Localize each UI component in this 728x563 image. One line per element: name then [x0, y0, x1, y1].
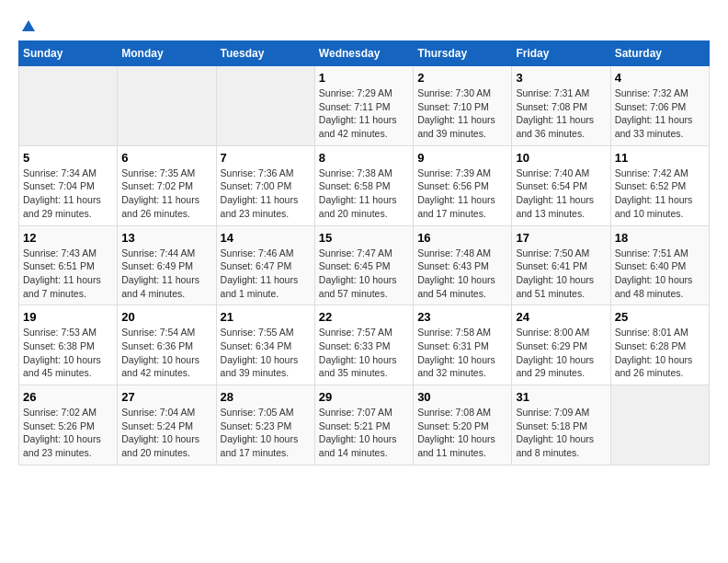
day-info: Sunrise: 7:55 AM Sunset: 6:34 PM Dayligh…: [221, 326, 311, 380]
calendar-day-cell: 24Sunrise: 8:00 AM Sunset: 6:29 PM Dayli…: [512, 305, 610, 385]
day-number: 29: [319, 390, 409, 404]
calendar-day-cell: 27Sunrise: 7:04 AM Sunset: 5:24 PM Dayli…: [118, 385, 216, 465]
calendar-day-cell: 17Sunrise: 7:50 AM Sunset: 6:41 PM Dayli…: [512, 225, 610, 305]
day-info: Sunrise: 7:51 AM Sunset: 6:40 PM Dayligh…: [615, 247, 705, 301]
day-info: Sunrise: 7:07 AM Sunset: 5:21 PM Dayligh…: [319, 406, 409, 460]
day-info: Sunrise: 7:48 AM Sunset: 6:43 PM Dayligh…: [417, 247, 507, 301]
day-number: 2: [417, 71, 507, 85]
calendar-day-cell: 14Sunrise: 7:46 AM Sunset: 6:47 PM Dayli…: [216, 225, 314, 305]
calendar-day-cell: [610, 385, 709, 465]
day-info: Sunrise: 7:04 AM Sunset: 5:24 PM Dayligh…: [121, 406, 211, 460]
day-number: 16: [417, 231, 507, 245]
logo: [18, 18, 37, 31]
day-number: 18: [615, 231, 705, 245]
calendar-day-cell: 3Sunrise: 7:31 AM Sunset: 7:08 PM Daylig…: [512, 66, 610, 146]
day-info: Sunrise: 7:34 AM Sunset: 7:04 PM Dayligh…: [23, 167, 113, 221]
calendar-week-row: 19Sunrise: 7:53 AM Sunset: 6:38 PM Dayli…: [19, 305, 710, 385]
day-number: 28: [221, 390, 311, 404]
day-info: Sunrise: 7:36 AM Sunset: 7:00 PM Dayligh…: [221, 167, 311, 221]
calendar-day-cell: 21Sunrise: 7:55 AM Sunset: 6:34 PM Dayli…: [216, 305, 314, 385]
day-info: Sunrise: 7:09 AM Sunset: 5:18 PM Dayligh…: [516, 406, 606, 460]
calendar-table: SundayMondayTuesdayWednesdayThursdayFrid…: [18, 40, 710, 465]
day-info: Sunrise: 7:54 AM Sunset: 6:36 PM Dayligh…: [121, 326, 211, 380]
calendar-day-cell: [118, 66, 216, 146]
calendar-day-cell: 7Sunrise: 7:36 AM Sunset: 7:00 PM Daylig…: [216, 145, 314, 225]
day-number: 3: [516, 71, 606, 85]
calendar-day-cell: [216, 66, 314, 146]
calendar-day-cell: 25Sunrise: 8:01 AM Sunset: 6:28 PM Dayli…: [610, 305, 709, 385]
day-number: 12: [23, 231, 113, 245]
day-info: Sunrise: 7:40 AM Sunset: 6:54 PM Dayligh…: [516, 167, 606, 221]
calendar-day-cell: 15Sunrise: 7:47 AM Sunset: 6:45 PM Dayli…: [314, 225, 413, 305]
day-number: 7: [221, 151, 311, 165]
calendar-day-cell: 30Sunrise: 7:08 AM Sunset: 5:20 PM Dayli…: [414, 385, 512, 465]
day-number: 19: [23, 310, 113, 324]
weekday-header-sunday: Sunday: [19, 41, 118, 66]
calendar-week-row: 1Sunrise: 7:29 AM Sunset: 7:11 PM Daylig…: [19, 66, 710, 146]
day-info: Sunrise: 7:08 AM Sunset: 5:20 PM Dayligh…: [417, 406, 507, 460]
day-number: 23: [417, 310, 507, 324]
day-number: 31: [516, 390, 606, 404]
day-number: 22: [319, 310, 409, 324]
day-info: Sunrise: 7:57 AM Sunset: 6:33 PM Dayligh…: [319, 326, 409, 380]
logo-icon: [20, 18, 37, 35]
weekday-header-row: SundayMondayTuesdayWednesdayThursdayFrid…: [19, 41, 710, 66]
calendar-day-cell: 22Sunrise: 7:57 AM Sunset: 6:33 PM Dayli…: [314, 305, 413, 385]
day-info: Sunrise: 7:53 AM Sunset: 6:38 PM Dayligh…: [23, 326, 113, 380]
calendar-week-row: 26Sunrise: 7:02 AM Sunset: 5:26 PM Dayli…: [19, 385, 710, 465]
weekday-header-friday: Friday: [512, 41, 610, 66]
calendar-day-cell: 8Sunrise: 7:38 AM Sunset: 6:58 PM Daylig…: [314, 145, 413, 225]
day-info: Sunrise: 7:32 AM Sunset: 7:06 PM Dayligh…: [615, 86, 705, 141]
page-header: [18, 18, 710, 31]
day-number: 1: [319, 71, 409, 85]
day-info: Sunrise: 7:05 AM Sunset: 5:23 PM Dayligh…: [221, 406, 311, 460]
day-number: 10: [516, 151, 606, 165]
day-number: 15: [319, 231, 409, 245]
day-number: 13: [121, 231, 211, 245]
calendar-day-cell: 4Sunrise: 7:32 AM Sunset: 7:06 PM Daylig…: [610, 66, 709, 146]
calendar-day-cell: 11Sunrise: 7:42 AM Sunset: 6:52 PM Dayli…: [610, 145, 709, 225]
calendar-day-cell: 9Sunrise: 7:39 AM Sunset: 6:56 PM Daylig…: [414, 145, 512, 225]
day-number: 9: [417, 151, 507, 165]
day-number: 21: [221, 310, 311, 324]
calendar-week-row: 12Sunrise: 7:43 AM Sunset: 6:51 PM Dayli…: [19, 225, 710, 305]
day-number: 20: [121, 310, 211, 324]
calendar-day-cell: 28Sunrise: 7:05 AM Sunset: 5:23 PM Dayli…: [216, 385, 314, 465]
calendar-day-cell: 19Sunrise: 7:53 AM Sunset: 6:38 PM Dayli…: [19, 305, 118, 385]
weekday-header-tuesday: Tuesday: [216, 41, 314, 66]
day-info: Sunrise: 7:39 AM Sunset: 6:56 PM Dayligh…: [417, 167, 507, 221]
day-info: Sunrise: 7:35 AM Sunset: 7:02 PM Dayligh…: [121, 167, 211, 221]
day-number: 30: [417, 390, 507, 404]
day-info: Sunrise: 7:58 AM Sunset: 6:31 PM Dayligh…: [417, 326, 507, 380]
day-number: 27: [121, 390, 211, 404]
day-info: Sunrise: 7:43 AM Sunset: 6:51 PM Dayligh…: [23, 247, 113, 301]
calendar-day-cell: 2Sunrise: 7:30 AM Sunset: 7:10 PM Daylig…: [414, 66, 512, 146]
day-info: Sunrise: 7:31 AM Sunset: 7:08 PM Dayligh…: [516, 86, 606, 141]
day-number: 4: [615, 71, 705, 85]
calendar-day-cell: 18Sunrise: 7:51 AM Sunset: 6:40 PM Dayli…: [610, 225, 709, 305]
calendar-day-cell: 29Sunrise: 7:07 AM Sunset: 5:21 PM Dayli…: [314, 385, 413, 465]
calendar-day-cell: 6Sunrise: 7:35 AM Sunset: 7:02 PM Daylig…: [118, 145, 216, 225]
day-number: 17: [516, 231, 606, 245]
day-info: Sunrise: 7:44 AM Sunset: 6:49 PM Dayligh…: [121, 247, 211, 301]
day-info: Sunrise: 8:01 AM Sunset: 6:28 PM Dayligh…: [615, 326, 705, 380]
weekday-header-monday: Monday: [118, 41, 216, 66]
calendar-day-cell: 1Sunrise: 7:29 AM Sunset: 7:11 PM Daylig…: [314, 66, 413, 146]
calendar-day-cell: 12Sunrise: 7:43 AM Sunset: 6:51 PM Dayli…: [19, 225, 118, 305]
calendar-day-cell: [19, 66, 118, 146]
weekday-header-wednesday: Wednesday: [314, 41, 413, 66]
calendar-day-cell: 20Sunrise: 7:54 AM Sunset: 6:36 PM Dayli…: [118, 305, 216, 385]
day-number: 8: [319, 151, 409, 165]
day-number: 25: [615, 310, 705, 324]
day-info: Sunrise: 7:29 AM Sunset: 7:11 PM Dayligh…: [319, 86, 409, 141]
day-info: Sunrise: 7:46 AM Sunset: 6:47 PM Dayligh…: [221, 247, 311, 301]
day-number: 24: [516, 310, 606, 324]
day-info: Sunrise: 7:50 AM Sunset: 6:41 PM Dayligh…: [516, 247, 606, 301]
day-number: 6: [121, 151, 211, 165]
calendar-day-cell: 26Sunrise: 7:02 AM Sunset: 5:26 PM Dayli…: [19, 385, 118, 465]
weekday-header-thursday: Thursday: [414, 41, 512, 66]
day-number: 11: [615, 151, 705, 165]
calendar-day-cell: 13Sunrise: 7:44 AM Sunset: 6:49 PM Dayli…: [118, 225, 216, 305]
day-number: 26: [23, 390, 113, 404]
calendar-day-cell: 5Sunrise: 7:34 AM Sunset: 7:04 PM Daylig…: [19, 145, 118, 225]
